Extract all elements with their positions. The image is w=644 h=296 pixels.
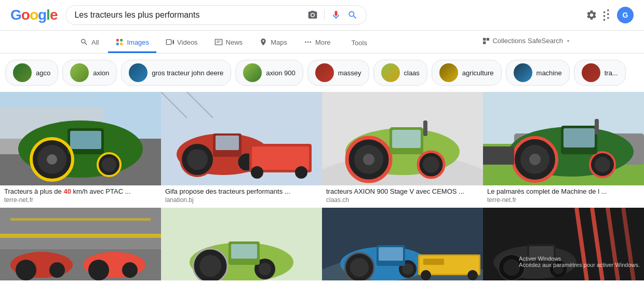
search-icon-small (80, 38, 88, 46)
chip-massey-label: massey (338, 69, 361, 77)
tab-maps[interactable]: Maps (252, 33, 294, 53)
svg-point-69 (49, 262, 65, 278)
search-submit-button[interactable] (347, 10, 358, 20)
chevron-down-icon (565, 38, 571, 44)
svg-rect-6 (215, 39, 222, 45)
safesearch-label[interactable]: SafeSearch (528, 37, 563, 45)
image-grid-row1: Tracteurs à plus de 40 km/h avec PTAC ..… (0, 92, 644, 208)
more-dots-icon (304, 38, 312, 46)
result-2-caption: Gifa propose des tracteurs performants .… (161, 185, 322, 196)
svg-rect-96 (423, 259, 444, 265)
result-2[interactable]: Gifa propose des tracteurs performants .… (161, 92, 322, 208)
svg-point-46 (363, 154, 374, 165)
svg-point-94 (421, 270, 431, 280)
tab-more[interactable]: More (297, 33, 338, 53)
svg-rect-2 (116, 43, 119, 45)
chip-massey[interactable]: massey (307, 60, 369, 86)
chip-tra-label: tra... (605, 69, 618, 77)
svg-point-87 (350, 258, 369, 277)
tab-all-label: All (91, 38, 99, 46)
svg-point-21 (47, 154, 57, 165)
search-icon (347, 10, 358, 20)
nav-right: Collections SafeSearch (482, 37, 571, 49)
svg-rect-50 (392, 130, 421, 148)
voice-search-button[interactable] (331, 10, 341, 20)
svg-point-104 (503, 259, 520, 276)
svg-rect-82 (231, 244, 257, 259)
result-1-source: terre-net.fr (0, 196, 161, 208)
account-button[interactable]: G (617, 7, 634, 23)
chip-agco[interactable]: agco (5, 60, 58, 86)
result-4[interactable]: Le palmarès complet de Machine de l ... … (483, 92, 644, 208)
image-grid-row2: Activer WindowsAccédez aux paramètres po… (0, 208, 644, 280)
tab-news[interactable]: News (207, 33, 250, 53)
svg-rect-25 (70, 131, 101, 149)
google-logo[interactable]: Google (10, 7, 57, 23)
svg-point-37 (251, 166, 263, 179)
tab-videos[interactable]: Videos (158, 33, 205, 53)
svg-point-48 (423, 156, 439, 173)
chip-axion[interactable]: axion (62, 60, 117, 86)
result-sr2[interactable] (161, 208, 322, 280)
svg-rect-1 (120, 39, 123, 42)
chip-axion-900[interactable]: axion 900 (235, 60, 303, 86)
chip-agriculture[interactable]: agriculture (432, 60, 502, 86)
chip-machine-label: machine (536, 69, 562, 77)
tab-maps-label: Maps (271, 38, 287, 46)
result-sr1[interactable] (0, 208, 161, 280)
tab-images[interactable]: Images (108, 33, 156, 53)
svg-point-38 (295, 166, 307, 179)
svg-rect-12 (483, 38, 486, 41)
svg-point-95 (467, 270, 478, 280)
svg-point-10 (307, 42, 309, 43)
collections-label[interactable]: Collections (492, 37, 526, 45)
header: Google (0, 0, 644, 31)
svg-rect-4 (166, 39, 171, 44)
camera-icon (307, 10, 318, 20)
svg-point-31 (187, 149, 208, 170)
result-3[interactable]: tracteurs AXION 900 Stage V avec CEMOS .… (322, 92, 483, 208)
settings-button[interactable] (586, 9, 597, 21)
image-icon (115, 38, 124, 46)
chip-tra[interactable]: tra... (574, 60, 626, 86)
svg-rect-51 (423, 120, 427, 136)
result-1-caption: Tracteurs à plus de 40 km/h avec PTAC ..… (0, 185, 161, 196)
chip-agco-label: agco (36, 69, 50, 77)
search-input[interactable] (74, 10, 303, 20)
gear-icon (586, 9, 597, 21)
tab-more-label: More (315, 38, 331, 46)
svg-rect-34 (216, 136, 239, 150)
header-right: G (586, 7, 634, 23)
svg-rect-74 (10, 218, 151, 221)
chip-axion-900-label: axion 900 (266, 69, 295, 77)
apps-button[interactable] (601, 9, 613, 21)
result-sr4[interactable]: Activer WindowsAccédez aux paramètres po… (483, 208, 644, 280)
svg-rect-14 (483, 41, 486, 44)
svg-point-11 (310, 42, 311, 43)
tools-button[interactable]: Tools (344, 34, 374, 52)
chip-machine[interactable]: machine (506, 60, 570, 86)
tab-videos-label: Videos (177, 38, 198, 46)
svg-point-23 (102, 157, 116, 172)
result-2-source: lanation.bj (161, 196, 322, 208)
search-icons (307, 10, 358, 20)
result-4-source: terre-net.fr (483, 196, 644, 208)
svg-rect-64 (595, 119, 599, 134)
divider (324, 10, 325, 20)
result-1[interactable]: Tracteurs à plus de 40 km/h avec PTAC ..… (0, 92, 161, 208)
tab-all[interactable]: All (73, 33, 106, 53)
result-sr3[interactable] (322, 208, 483, 280)
svg-rect-61 (483, 146, 514, 165)
svg-point-72 (122, 262, 138, 278)
camera-search-button[interactable] (307, 10, 318, 20)
chip-claas[interactable]: claas (373, 60, 427, 86)
tab-news-label: News (226, 38, 243, 46)
svg-point-71 (88, 260, 109, 280)
svg-rect-108 (529, 246, 554, 260)
svg-point-9 (305, 42, 306, 43)
chip-agriculture-label: agriculture (462, 69, 494, 77)
svg-rect-63 (564, 128, 595, 147)
chip-gros-tracteur[interactable]: gros tracteur john deere (121, 60, 231, 86)
svg-point-78 (199, 255, 221, 277)
result-3-source: claas.ch (322, 196, 483, 208)
